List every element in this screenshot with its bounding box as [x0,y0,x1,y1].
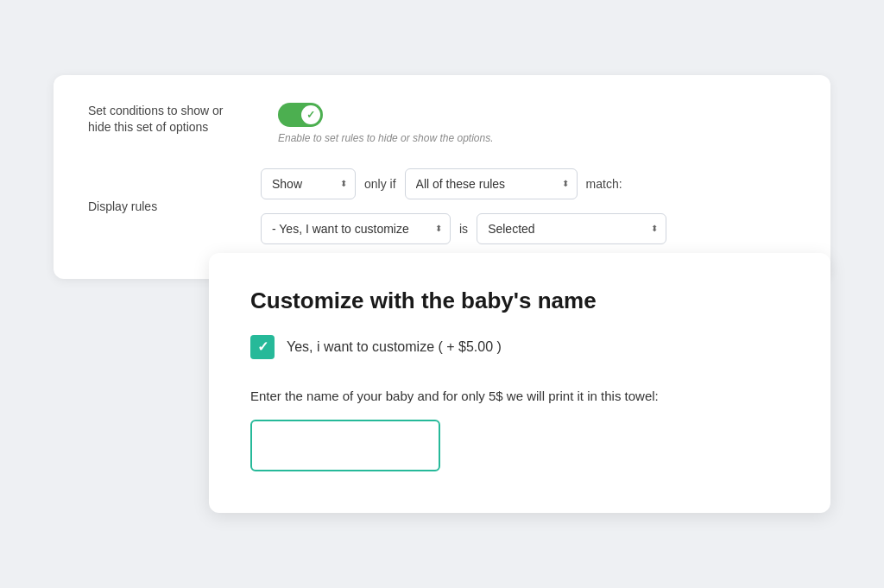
name-input[interactable] [250,420,440,471]
is-text: is [459,222,468,236]
preview-card: Customize with the baby's name ✓ Yes, i … [209,253,830,514]
connector-text: only if [364,177,396,191]
condition-select[interactable]: - Yes, I want to customize - No, I don't… [261,213,451,244]
show-select[interactable]: Show Hide [261,168,356,199]
toggle-knob: ✓ [301,105,320,124]
conditions-label: Set conditions to show or hide this set … [88,103,261,136]
checkbox-teal[interactable]: ✓ [250,335,275,359]
conditions-row: Set conditions to show or hide this set … [88,103,796,144]
rules-select[interactable]: All of these rules Any of these rules [405,168,578,199]
checkmark-icon: ✓ [257,338,268,355]
rules-controls: Show Hide ⬍ only if All of these rules A… [261,168,796,244]
condition-select-wrapper: - Yes, I want to customize - No, I don't… [261,213,451,244]
checkbox-label: Yes, i want to customize ( + $5.00 ) [287,339,502,355]
conditions-card: Set conditions to show or hide this set … [54,75,830,279]
toggle-area: ✓ Enable to set rules to hide or show th… [278,103,494,144]
checkbox-row: ✓ Yes, i want to customize ( + $5.00 ) [250,335,789,359]
toggle-hint: Enable to set rules to hide or show the … [278,132,494,144]
display-rules-label: Display rules [88,199,261,213]
value-select-wrapper: Selected Not Selected ⬍ [477,213,666,244]
rules-line-1: Show Hide ⬍ only if All of these rules A… [261,168,796,199]
toggle-check-icon: ✓ [306,109,315,121]
name-prompt: Enter the name of your baby and for only… [250,387,789,407]
rules-select-wrapper: All of these rules Any of these rules ⬍ [405,168,578,199]
main-container: Set conditions to show or hide this set … [54,75,830,514]
display-rules-row: Display rules Show Hide ⬍ only if All [88,168,796,244]
preview-title: Customize with the baby's name [250,288,789,314]
match-text: match: [586,177,622,191]
value-select[interactable]: Selected Not Selected [477,213,666,244]
toggle-switch[interactable]: ✓ [278,103,323,127]
rules-line-2: - Yes, I want to customize - No, I don't… [261,213,796,244]
show-select-wrapper: Show Hide ⬍ [261,168,356,199]
